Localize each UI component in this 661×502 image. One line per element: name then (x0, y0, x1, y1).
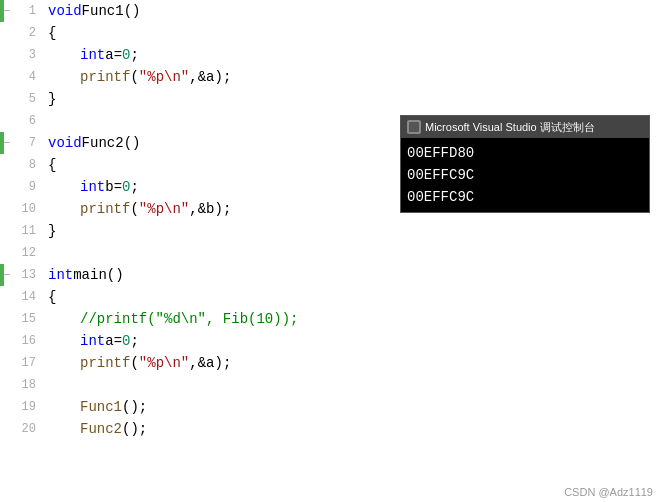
token-str: "%p\n" (139, 69, 189, 85)
code-text: printf("%p\n", &a); (44, 352, 661, 374)
token-semi: ; (130, 333, 138, 349)
token-semi: ; (223, 355, 231, 371)
gutter: − (0, 269, 14, 281)
code-text: printf("%p\n", &a); (44, 66, 661, 88)
token-fn-call: printf (80, 355, 130, 371)
code-line-11: 11} (0, 220, 661, 242)
token-op: = (114, 333, 122, 349)
token-brace: } (48, 223, 56, 239)
token-paren: () (122, 399, 139, 415)
token-amp: & (198, 69, 206, 85)
console-titlebar: Microsoft Visual Studio 调试控制台 (401, 116, 649, 138)
token-fn-call: Func1 (80, 399, 122, 415)
token-kw-int: int (80, 179, 105, 195)
code-line-16: 16int a = 0; (0, 330, 661, 352)
code-text: int main() (44, 264, 661, 286)
token-var: a (105, 47, 113, 63)
token-paren: () (122, 421, 139, 437)
token-num: 0 (122, 333, 130, 349)
code-line-20: 20Func2(); (0, 418, 661, 440)
code-line-4: 4printf("%p\n", &a); (0, 66, 661, 88)
token-semi: ; (130, 179, 138, 195)
token-num: 0 (122, 179, 130, 195)
code-text: Func2(); (44, 418, 661, 440)
code-text (44, 242, 661, 264)
token-fn-call: printf (80, 69, 130, 85)
token-fn-name: Func1 (82, 3, 124, 19)
token-fn-name: main (73, 267, 107, 283)
console-output-line: 00EFFC9C (407, 164, 643, 186)
console-output-line: 00EFFC9C (407, 186, 643, 208)
gutter: − (0, 137, 14, 149)
code-text: void Func1() (44, 0, 661, 22)
token-fn-name: Func2 (82, 135, 124, 151)
line-number: 20 (14, 422, 44, 436)
line-number: 6 (14, 114, 44, 128)
console-title: Microsoft Visual Studio 调试控制台 (425, 120, 643, 135)
footer: CSDN @Adz1119 (564, 486, 653, 498)
token-op: = (114, 179, 122, 195)
code-text: Func1(); (44, 396, 661, 418)
token-fn-call: printf (80, 201, 130, 217)
line-number: 7 (14, 136, 44, 150)
token-paren: ) (214, 69, 222, 85)
token-paren: ( (130, 355, 138, 371)
token-kw-void: void (48, 3, 82, 19)
line-number: 9 (14, 180, 44, 194)
token-brace: { (48, 289, 56, 305)
token-amp: & (198, 201, 206, 217)
token-punct: , (189, 201, 197, 217)
line-number: 17 (14, 356, 44, 370)
token-amp: & (198, 355, 206, 371)
console-window: Microsoft Visual Studio 调试控制台 00EFFD8000… (400, 115, 650, 213)
code-line-3: 3int a = 0; (0, 44, 661, 66)
console-body: 00EFFD8000EFFC9C00EFFC9C (401, 138, 649, 212)
code-line-18: 18 (0, 374, 661, 396)
code-line-12: 12 (0, 242, 661, 264)
code-content: −1void Func1()2{3int a = 0;4printf("%p\n… (0, 0, 661, 440)
token-paren: () (107, 267, 124, 283)
token-op: = (114, 47, 122, 63)
line-number: 19 (14, 400, 44, 414)
collapse-icon[interactable]: − (4, 5, 11, 17)
token-kw-int: int (80, 333, 105, 349)
collapse-icon[interactable]: − (4, 269, 11, 281)
token-kw-int: int (48, 267, 73, 283)
token-semi: ; (223, 201, 231, 217)
line-number: 4 (14, 70, 44, 84)
token-brace: { (48, 25, 56, 41)
line-number: 1 (14, 4, 44, 18)
token-punct: , (189, 355, 197, 371)
gutter: − (0, 5, 14, 17)
code-line-13: −13int main() (0, 264, 661, 286)
code-line-5: 5} (0, 88, 661, 110)
line-number: 14 (14, 290, 44, 304)
line-number: 15 (14, 312, 44, 326)
token-brace: { (48, 157, 56, 173)
token-semi: ; (139, 399, 147, 415)
code-line-2: 2{ (0, 22, 661, 44)
code-text: } (44, 220, 661, 242)
collapse-icon[interactable]: − (4, 137, 11, 149)
code-line-17: 17printf("%p\n", &a); (0, 352, 661, 374)
token-paren: () (124, 135, 141, 151)
token-kw-int: int (80, 47, 105, 63)
code-text: int a = 0; (44, 330, 661, 352)
token-var: a (206, 69, 214, 85)
token-paren: ( (130, 69, 138, 85)
token-brace: } (48, 91, 56, 107)
code-text: int a = 0; (44, 44, 661, 66)
token-paren: () (124, 3, 141, 19)
token-var: a (206, 355, 214, 371)
line-number: 12 (14, 246, 44, 260)
token-str: "%p\n" (139, 355, 189, 371)
code-line-1: −1void Func1() (0, 0, 661, 22)
line-number: 18 (14, 378, 44, 392)
code-line-15: 15//printf("%d\n", Fib(10)); (0, 308, 661, 330)
token-punct: , (189, 69, 197, 85)
token-paren: ) (214, 355, 222, 371)
line-number: 13 (14, 268, 44, 282)
token-semi: ; (223, 69, 231, 85)
token-fn-call: Func2 (80, 421, 122, 437)
console-output-line: 00EFFD80 (407, 142, 643, 164)
